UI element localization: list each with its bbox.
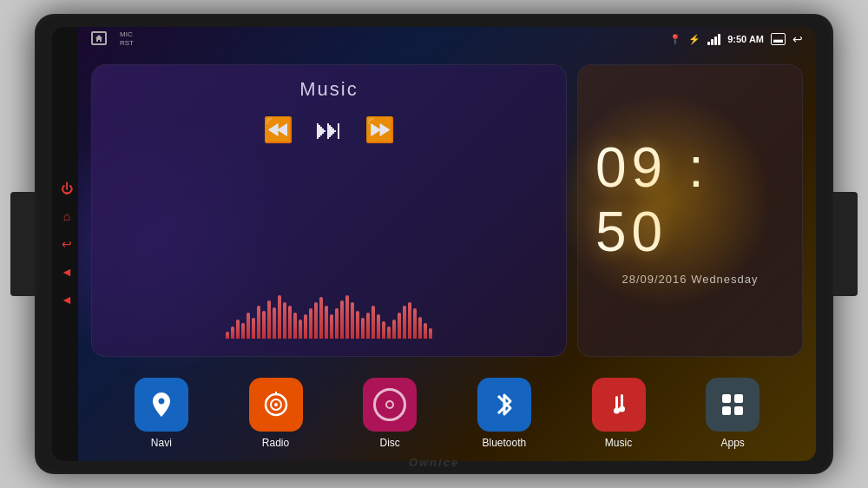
power-button[interactable]: ⏻ xyxy=(57,179,76,198)
equalizer-bar xyxy=(278,295,281,339)
equalizer-bar xyxy=(309,308,312,339)
equalizer-bar xyxy=(325,306,328,339)
equalizer-bar xyxy=(345,295,349,339)
side-button-panel: ⏻ ⌂ ↩ ◄ ◄ xyxy=(52,170,82,318)
disc-label: Disc xyxy=(380,437,400,449)
equalizer-display xyxy=(109,159,549,339)
app-apps[interactable]: Apps xyxy=(675,378,790,449)
equalizer-bar xyxy=(304,314,307,339)
svg-rect-9 xyxy=(722,394,731,403)
device-screen-frame: ⏻ ⌂ ↩ ◄ ◄ MIC RST 📍 xyxy=(52,27,816,461)
equalizer-bar xyxy=(236,320,240,339)
bluetooth-status-icon: ⚡ xyxy=(688,34,700,45)
music-widget[interactable]: Music ⏪ ⏭ ⏩ xyxy=(91,64,567,357)
equalizer-bar xyxy=(267,300,271,339)
equalizer-bar xyxy=(356,311,359,339)
equalizer-bar xyxy=(382,321,385,339)
equalizer-bar xyxy=(247,313,250,339)
equalizer-bar xyxy=(241,323,245,339)
equalizer-bar xyxy=(403,306,406,339)
equalizer-bar xyxy=(398,313,401,339)
equalizer-bar xyxy=(408,302,411,339)
location-icon: 📍 xyxy=(669,34,681,45)
clock-time: 09 : 50 xyxy=(595,135,785,264)
status-right: 📍 ⚡ 9:50 AM ▬ ↩ xyxy=(669,32,803,46)
equalizer-bar xyxy=(257,306,260,339)
svg-point-3 xyxy=(274,403,278,406)
app-navi[interactable]: Navi xyxy=(104,378,219,449)
equalizer-bar xyxy=(361,318,365,339)
mic-label: MIC xyxy=(120,30,133,38)
equalizer-bar xyxy=(335,308,339,339)
screen-icon: ▬ xyxy=(771,33,786,45)
equalizer-bar xyxy=(351,302,354,339)
app-bluetooth[interactable]: Bluetooth xyxy=(447,378,562,449)
equalizer-bar xyxy=(429,328,432,339)
music-icon[interactable] xyxy=(592,378,646,432)
svg-point-7 xyxy=(614,408,620,414)
equalizer-bar xyxy=(226,332,229,339)
clock-status: 9:50 AM xyxy=(727,34,764,44)
radio-icon[interactable] xyxy=(249,378,303,432)
svg-point-8 xyxy=(619,406,625,412)
main-content-area: Music ⏪ ⏭ ⏩ 09 : 50 28/09/2016 Wednesday xyxy=(78,51,816,366)
app-radio[interactable]: Radio xyxy=(219,378,333,449)
back-arrow-icon[interactable]: ↩ xyxy=(792,32,803,46)
music-widget-title: Music xyxy=(109,78,549,101)
rewind-button[interactable]: ⏪ xyxy=(263,115,293,144)
volume-up-button[interactable]: ◄ xyxy=(57,262,76,281)
back-button[interactable]: ↩ xyxy=(57,234,76,254)
music-controls: ⏪ ⏭ ⏩ xyxy=(109,114,549,146)
car-head-unit: ⏻ ⌂ ↩ ◄ ◄ MIC RST 📍 xyxy=(35,14,833,474)
equalizer-bar xyxy=(413,308,417,339)
signal-strength-icon xyxy=(707,34,720,45)
display-screen: MIC RST 📍 ⚡ xyxy=(78,27,816,461)
clock-widget: 09 : 50 28/09/2016 Wednesday xyxy=(577,64,803,357)
music-label: Music xyxy=(605,437,632,449)
equalizer-bar xyxy=(340,300,344,339)
svg-rect-6 xyxy=(621,394,623,406)
equalizer-bar xyxy=(330,314,333,339)
app-music[interactable]: Music xyxy=(562,378,676,449)
equalizer-bar xyxy=(231,326,234,339)
equalizer-bar xyxy=(299,320,302,339)
svg-rect-10 xyxy=(734,394,743,403)
equalizer-bar xyxy=(424,323,427,339)
rst-label: RST xyxy=(120,39,134,47)
bluetooth-label: Bluetooth xyxy=(482,437,526,449)
home-button[interactable]: ⌂ xyxy=(57,207,76,226)
play-pause-button[interactable]: ⏭ xyxy=(315,114,343,146)
bluetooth-icon[interactable] xyxy=(477,378,531,432)
status-bar: MIC RST 📍 ⚡ xyxy=(78,27,816,51)
home-icon[interactable] xyxy=(91,31,107,45)
equalizer-bar xyxy=(273,307,276,339)
equalizer-bar xyxy=(293,313,297,339)
equalizer-bar xyxy=(283,302,286,339)
navi-icon[interactable] xyxy=(135,378,188,432)
fast-forward-button[interactable]: ⏩ xyxy=(365,115,395,144)
svg-marker-0 xyxy=(95,35,102,42)
equalizer-bar xyxy=(392,320,396,339)
clock-date: 28/09/2016 Wednesday xyxy=(621,273,758,286)
disc-icon[interactable] xyxy=(363,378,417,432)
brand-label: Ownice xyxy=(409,456,459,469)
app-disc[interactable]: Disc xyxy=(332,378,447,449)
app-bar: Navi Radio xyxy=(78,366,816,461)
apps-icon[interactable] xyxy=(706,378,760,432)
equalizer-bar xyxy=(262,311,266,339)
volume-down-button[interactable]: ◄ xyxy=(57,290,76,309)
equalizer-bar xyxy=(366,313,370,339)
equalizer-bar xyxy=(372,306,375,339)
equalizer-bar xyxy=(387,326,391,339)
navi-label: Navi xyxy=(151,437,172,449)
apps-label: Apps xyxy=(721,437,745,449)
svg-rect-12 xyxy=(734,406,743,415)
equalizer-bar xyxy=(418,317,422,339)
radio-label: Radio xyxy=(262,437,289,449)
svg-rect-11 xyxy=(722,406,731,415)
equalizer-bar xyxy=(377,314,380,339)
equalizer-bar xyxy=(288,306,292,339)
equalizer-bar xyxy=(319,297,323,339)
equalizer-bar xyxy=(314,302,318,339)
equalizer-bar xyxy=(252,318,255,339)
